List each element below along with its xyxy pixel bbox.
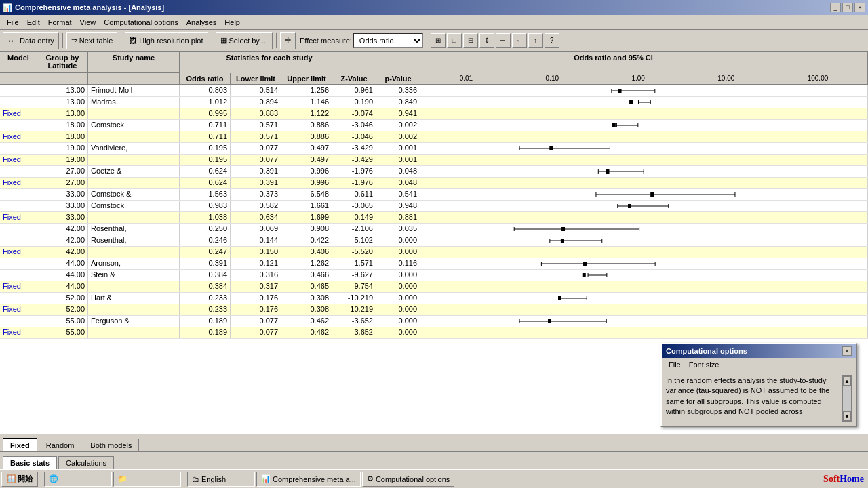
svg-rect-37	[650, 192, 654, 197]
cell-study	[88, 327, 180, 338]
taskbar-meta-analysis[interactable]: 📊 Comprehensive meta a...	[256, 472, 361, 487]
cell-p: 0.336	[376, 85, 420, 96]
cell-study: Vandiviere,	[88, 143, 180, 154]
sh-odds: Odds ratio	[180, 73, 231, 84]
cell-lower: 0.176	[231, 304, 281, 315]
scroll-up-button[interactable]: ▲	[843, 376, 851, 386]
taskbar-explorer[interactable]: 📁	[113, 472, 181, 487]
cell-p: 0.000	[376, 247, 420, 258]
cell-odds: 0.247	[180, 247, 231, 258]
svg-rect-80	[548, 319, 551, 323]
cell-p: 0.000	[376, 304, 420, 315]
cell-odds: 0.384	[180, 270, 231, 281]
comp-options-close-button[interactable]: ×	[842, 346, 852, 356]
cell-z: -2.106	[332, 224, 376, 235]
table-icon-3[interactable]: ⊟	[463, 33, 478, 48]
maximize-button[interactable]: □	[842, 3, 853, 12]
cell-forest	[420, 178, 868, 188]
table-row: Fixed 18.00 0.711 0.571 0.886 -3.046 0.0…	[0, 131, 868, 143]
cell-study: Madras,	[88, 97, 180, 108]
forest-header: Odds ratio and 95% CI	[359, 52, 868, 73]
effect-measure-button[interactable]: ✛	[280, 32, 296, 49]
cell-odds: 0.995	[180, 108, 231, 119]
cell-lower: 0.077	[231, 316, 281, 327]
table-icon-6[interactable]: ←	[512, 33, 527, 48]
menu-view[interactable]: View	[76, 17, 100, 28]
menu-format[interactable]: Format	[44, 17, 76, 28]
table-icon-7[interactable]: ↑	[528, 33, 543, 48]
cell-upper: 1.146	[281, 97, 332, 108]
lang-icon: 🗂	[192, 475, 199, 483]
cell-lower: 0.582	[231, 201, 281, 211]
cell-lower: 0.317	[231, 281, 281, 292]
cell-lower: 0.077	[231, 327, 281, 338]
menu-comp-options[interactable]: Computational options	[100, 17, 182, 28]
table-icon-5[interactable]: ⊣	[496, 33, 511, 48]
table-row: Fixed 19.00 0.195 0.077 0.497 -3.429 0.0…	[0, 155, 868, 166]
next-table-button[interactable]: ⇒ Next table	[66, 32, 118, 49]
cell-forest	[420, 155, 868, 165]
cell-p: 0.001	[376, 143, 420, 154]
table-icon-8[interactable]: ?	[545, 33, 559, 48]
cell-study: Comstock &	[88, 189, 180, 200]
menu-help[interactable]: Help	[220, 17, 244, 28]
cell-z: -10.219	[332, 293, 376, 304]
table-icon-2[interactable]: □	[447, 33, 462, 48]
cell-group: 44.00	[37, 258, 88, 269]
cell-upper: 0.908	[281, 224, 332, 235]
cell-group: 18.00	[37, 131, 88, 142]
table-icon-1[interactable]: ⊞	[431, 33, 446, 48]
cell-forest	[420, 131, 868, 142]
effect-dropdown[interactable]: Odds ratio Risk ratio Risk difference	[353, 33, 423, 48]
svg-rect-4	[618, 89, 622, 93]
cell-lower: 0.316	[231, 270, 281, 281]
menu-analyses[interactable]: Analyses	[182, 17, 221, 28]
cell-p: 0.000	[376, 293, 420, 304]
toolbar: ← ← Data entry ⇒ Next table 🖼 High resol…	[0, 30, 868, 52]
cell-p: 0.002	[376, 131, 420, 142]
table-icon-4[interactable]: ⇕	[479, 33, 494, 48]
comp-menu-font-size[interactable]: Font size	[685, 361, 724, 369]
cell-p: 0.048	[376, 166, 420, 177]
tab-basic-stats[interactable]: Basic stats	[3, 456, 57, 469]
cell-forest	[420, 189, 868, 200]
minimize-button[interactable]: _	[830, 3, 841, 12]
sh-group	[37, 73, 88, 84]
cell-forest	[420, 281, 868, 292]
cell-p: 0.001	[376, 155, 420, 165]
menu-file[interactable]: File	[3, 17, 23, 28]
tab-random[interactable]: Random	[39, 439, 82, 451]
start-button[interactable]: 🪟 開始	[1, 472, 38, 487]
cell-forest	[420, 97, 868, 108]
taskbar-comp-options[interactable]: ⚙ Computational options	[362, 472, 454, 487]
close-button[interactable]: ×	[854, 3, 865, 12]
data-entry-button[interactable]: ← ← Data entry	[3, 32, 59, 49]
tab-both-models[interactable]: Both models	[83, 439, 139, 451]
cell-group: 42.00	[37, 247, 88, 258]
tab-fixed[interactable]: Fixed	[3, 438, 37, 451]
svg-rect-49	[561, 227, 565, 231]
cell-model: Fixed	[0, 155, 37, 165]
table-row: 27.00 Coetze & 0.624 0.391 0.996 -1.976 …	[0, 166, 868, 178]
svg-rect-42	[628, 204, 631, 208]
select-by-button[interactable]: ▦ Select by ...	[216, 32, 273, 49]
cell-odds: 0.384	[180, 281, 231, 292]
tab-calculations[interactable]: Calculations	[58, 456, 114, 469]
cell-odds: 0.233	[180, 293, 231, 304]
cell-group: 33.00	[37, 212, 88, 223]
high-res-plot-button[interactable]: 🖼 High resolution plot	[125, 32, 208, 49]
menu-edit[interactable]: Edit	[23, 17, 44, 28]
cell-model: Fixed	[0, 108, 37, 119]
cell-z: 0.190	[332, 97, 376, 108]
taskbar-english-button[interactable]: 🗂 English	[187, 472, 255, 487]
softhome-logo: SoftHome	[823, 474, 864, 485]
cell-p: 0.000	[376, 327, 420, 338]
comp-menu-file[interactable]: File	[665, 361, 685, 369]
scroll-down-button[interactable]: ▼	[843, 411, 851, 421]
comp-options-scrollbar[interactable]: ▲ ▼	[842, 375, 852, 422]
cell-odds: 0.803	[180, 85, 231, 96]
sh-forest: 0.010.101.0010.00100.00	[420, 73, 868, 84]
cell-study	[88, 304, 180, 315]
start-icon: 🪟	[7, 474, 16, 483]
taskbar-ie[interactable]: 🌐	[44, 472, 112, 487]
